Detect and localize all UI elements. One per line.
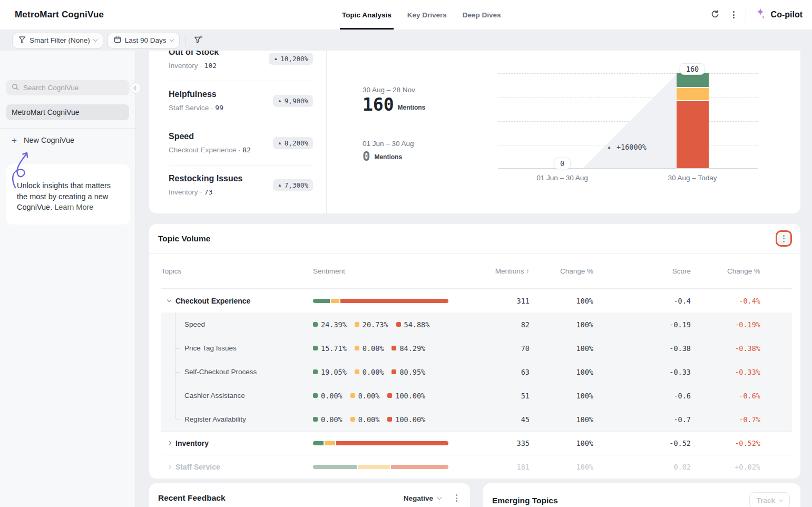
header-divider	[746, 8, 746, 22]
col-score-change: Change %	[691, 267, 760, 275]
table-row-checkout-experience[interactable]: Checkout Experience 311 100% -0.4 -0.4%	[161, 289, 792, 313]
new-cognivue-button[interactable]: + New CogniVue	[6, 135, 80, 145]
plus-icon: +	[12, 136, 17, 145]
trending-title: Speed	[169, 131, 251, 142]
copilot-button[interactable]: Co-pilot	[755, 7, 803, 22]
bar-segment-positive	[677, 73, 709, 88]
topic-volume-kebab-button[interactable]	[776, 230, 792, 247]
sentiment-bar	[313, 441, 448, 445]
growth-wedge-shape	[498, 73, 758, 168]
sentiment-bar	[313, 465, 448, 469]
current-period-summary: 30 Aug – 28 Nov 160 Mentions	[363, 86, 425, 114]
change-badge: ▲ 9,900%	[273, 95, 313, 107]
trending-item-helpfulness[interactable]: Helpfulness Staff Service · 99 ▲ 9,900%	[169, 81, 313, 123]
add-filter-button[interactable]	[192, 33, 205, 47]
smart-filter-dropdown[interactable]: Smart Filter (None)	[12, 33, 103, 48]
kebab-icon	[456, 494, 457, 502]
recent-feedback-kebab-button[interactable]	[454, 492, 459, 504]
tab-deep-dives[interactable]: Deep Dives	[463, 0, 501, 30]
header-actions: Co-pilot	[708, 0, 803, 30]
col-topics: Topics	[161, 267, 313, 275]
checkout-subtopics-block: Speed 24.39% 20.73% 54.88% 82 100% -0.19…	[161, 313, 792, 431]
chevron-right-icon[interactable]	[167, 441, 171, 445]
chevron-down-icon	[169, 37, 173, 42]
table-row-price-tag-issues[interactable]: Price Tag Issues 15.71% 0.00% 84.29% 70 …	[161, 336, 792, 360]
main-tabs: Topic Analysis Key Drivers Deep Dives	[342, 0, 501, 30]
table-row-self-checkout-process[interactable]: Self-Checkout Process 19.05% 0.00% 80.95…	[161, 360, 792, 384]
search-icon	[12, 83, 19, 93]
positive-swatch	[313, 393, 318, 398]
track-button[interactable]: Track	[749, 492, 790, 507]
col-score: Score	[593, 267, 691, 275]
filter-bar: Smart Filter (None) Last 90 Days	[0, 30, 812, 51]
change-badge: ▲ 10,200%	[269, 53, 313, 65]
x-axis-label-current: 30 Aug – Today	[668, 174, 717, 182]
app-title: MetroMart CogniVue	[15, 9, 104, 20]
trending-item-out-of-stock[interactable]: Out of Stock Inventory · 102 ▲ 10,200%	[169, 51, 313, 81]
neutral-swatch	[355, 369, 359, 374]
mention-count: 99	[215, 104, 223, 112]
date-range-dropdown[interactable]: Last 90 Days	[107, 33, 180, 48]
funnel-plus-icon	[194, 35, 203, 45]
table-row-cashier-assistance[interactable]: Cashier Assistance 0.00% 0.00% 100.00% 5…	[161, 384, 792, 407]
negative-swatch	[387, 393, 392, 398]
trending-title: Restocking Issues	[169, 173, 243, 184]
mentions-comparison-chart: 30 Aug – 28 Nov 160 Mentions 01 Jun – 30…	[327, 51, 800, 213]
filter-funnel-icon	[18, 36, 26, 45]
gridline	[498, 73, 758, 74]
sidebar-divider	[0, 128, 135, 129]
trending-title: Out of Stock	[169, 51, 219, 57]
emerging-topics-card: Emerging Topics Track	[483, 483, 800, 507]
chevron-right-icon[interactable]	[167, 465, 171, 469]
bar-segment-neutral	[677, 88, 709, 101]
trending-subtitle: Inventory · 102	[169, 61, 219, 71]
arrow-up-icon: ▲	[278, 183, 282, 188]
col-mentions-sort[interactable]: Mentions ↑	[456, 267, 530, 275]
search-input[interactable]	[23, 84, 124, 92]
main-content: Out of Stock Inventory · 102 ▲ 10,200%	[149, 51, 800, 507]
arrow-up-icon: ▲	[607, 145, 611, 150]
topic-volume-card: Topic Volume Topics Sentiment Mentions ↑…	[149, 224, 800, 479]
feedback-filter-dropdown[interactable]: Negative	[404, 494, 441, 502]
bar-chart-plot: ▲ +16000% 160 0 01 Jun – 30 Aug 30 Aug –…	[498, 73, 758, 169]
table-row-staff-service[interactable]: Staff Service 181 100% 0.02 +0.02%	[161, 455, 792, 479]
tab-topic-analysis[interactable]: Topic Analysis	[342, 0, 392, 30]
zero-value-label: 0	[554, 158, 571, 169]
chevron-down-icon[interactable]	[167, 297, 171, 301]
col-sentiment: Sentiment	[313, 267, 456, 275]
current-mentions-value: 160	[363, 96, 394, 114]
table-row-inventory[interactable]: Inventory 335 100% -0.52 -0.52%	[161, 431, 792, 455]
table-row-register-availability[interactable]: Register Availability 0.00% 0.00% 100.00…	[161, 407, 792, 431]
negative-swatch	[392, 369, 396, 374]
chevron-down-icon	[93, 37, 97, 42]
positive-swatch	[313, 322, 318, 327]
trending-item-speed[interactable]: Speed Checkout Experience · 82 ▲ 8,200%	[169, 123, 313, 165]
refresh-button[interactable]	[708, 7, 722, 23]
learn-more-link[interactable]: Learn More	[54, 203, 93, 211]
negative-swatch	[387, 417, 392, 422]
copilot-label: Co-pilot	[771, 10, 803, 19]
trending-item-restocking-issues[interactable]: Restocking Issues Inventory · 73 ▲ 7,300…	[169, 165, 313, 207]
previous-mentions-value: 0	[363, 150, 370, 163]
trending-topics-list[interactable]: Out of Stock Inventory · 102 ▲ 10,200%	[149, 51, 327, 213]
sidebar-collapse-button[interactable]	[130, 82, 141, 94]
sparkle-icon	[755, 7, 767, 22]
header-kebab-button[interactable]	[731, 9, 737, 21]
trending-subtitle: Checkout Experience · 82	[169, 145, 251, 155]
arrow-up-icon: ▲	[273, 56, 278, 61]
app-header: MetroMart CogniVue Topic Analysis Key Dr…	[0, 0, 812, 30]
sentiment-percentages: 24.39% 20.73% 54.88%	[313, 320, 456, 329]
stacked-bar	[677, 73, 709, 168]
sidebar: MetroMart CogniVue + New CogniVue Unlock…	[0, 51, 136, 507]
positive-swatch	[313, 417, 318, 422]
chevron-left-icon	[134, 86, 138, 90]
negative-swatch	[396, 322, 401, 327]
table-row-speed[interactable]: Speed 24.39% 20.73% 54.88% 82 100% -0.19…	[161, 313, 792, 336]
trending-subtitle: Staff Service · 99	[169, 103, 223, 113]
sentiment-percentages: 0.00% 0.00% 100.00%	[313, 392, 456, 400]
previous-period-summary: 01 Jun – 30 Aug 0 Mentions	[363, 140, 414, 163]
mention-count: 82	[242, 146, 251, 154]
sidebar-search	[6, 80, 129, 95]
tab-key-drivers[interactable]: Key Drivers	[407, 0, 447, 30]
sidebar-item-workspace[interactable]: MetroMart CogniVue	[6, 104, 129, 120]
